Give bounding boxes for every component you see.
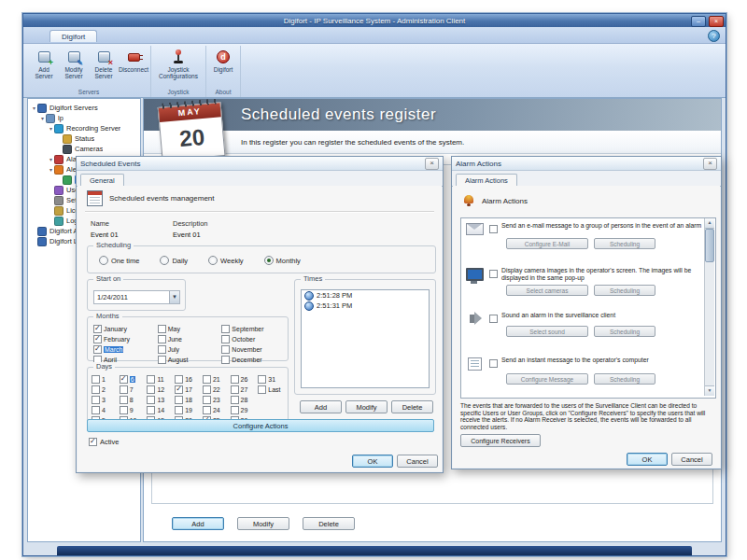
- tree-item-recording-server[interactable]: ▾Recording Server: [28, 123, 140, 133]
- month-checkbox-august[interactable]: August: [158, 356, 218, 364]
- expander-icon[interactable]: ▾: [48, 156, 54, 162]
- radio-weekly[interactable]: Weekly: [208, 256, 243, 265]
- day-checkbox-27[interactable]: 27: [231, 385, 257, 394]
- day-checkbox-13[interactable]: 13: [147, 396, 173, 404]
- chevron-down-icon[interactable]: ▼: [169, 291, 179, 303]
- scrollbar-thumb[interactable]: [705, 229, 714, 262]
- digifort-about-button[interactable]: Digifort: [209, 48, 237, 74]
- month-checkbox-february[interactable]: February: [93, 335, 154, 343]
- times-list[interactable]: 2:51:28 PM2:51:31 PM: [301, 289, 430, 388]
- time-delete-button[interactable]: Delete: [391, 400, 433, 413]
- close-icon[interactable]: ×: [425, 158, 439, 170]
- add-button[interactable]: Add: [172, 517, 224, 530]
- delete-server-button[interactable]: × Delete Server: [90, 48, 118, 80]
- tree-item-lp[interactable]: ▾lp: [28, 113, 140, 123]
- alarm-action-button-select-sound[interactable]: Select sound: [506, 326, 588, 337]
- checkbox-icon[interactable]: [489, 315, 498, 323]
- checkbox-icon[interactable]: [489, 270, 498, 278]
- expander-icon[interactable]: ▾: [48, 125, 54, 132]
- expander-icon[interactable]: ▾: [31, 105, 37, 111]
- month-checkbox-march[interactable]: March: [93, 345, 154, 354]
- name-input[interactable]: Event 01: [91, 231, 169, 239]
- expander-icon[interactable]: ▾: [39, 115, 46, 121]
- radio-monthly[interactable]: Monthly: [264, 256, 301, 265]
- disconnect-button[interactable]: Disconnect: [120, 48, 148, 74]
- day-checkbox-12[interactable]: 12: [147, 385, 173, 394]
- day-checkbox-3[interactable]: 3: [92, 396, 118, 404]
- day-checkbox-24[interactable]: 24: [203, 406, 229, 414]
- description-input[interactable]: Event 01: [173, 231, 251, 239]
- month-checkbox-january[interactable]: January: [93, 325, 154, 333]
- day-checkbox-21[interactable]: 21: [203, 375, 229, 384]
- tab-general[interactable]: General: [80, 174, 124, 187]
- radio-one-time[interactable]: One time: [99, 256, 139, 265]
- tree-item-cameras[interactable]: Cameras: [28, 144, 140, 154]
- alarm-action-button-select-cameras[interactable]: Select cameras: [506, 285, 588, 296]
- alarm-action-button-configure-e-mail[interactable]: Configure E-Mail: [506, 238, 588, 249]
- alarm-action-button-configure-message[interactable]: Configure Message: [506, 373, 588, 385]
- alarm-actions-titlebar[interactable]: Alarm Actions ×: [452, 157, 721, 171]
- cancel-button[interactable]: Cancel: [671, 453, 712, 466]
- cancel-button[interactable]: Cancel: [397, 455, 438, 468]
- configure-receivers-button[interactable]: Configure Receivers: [460, 434, 541, 447]
- day-checkbox-2[interactable]: 2: [92, 385, 118, 394]
- time-add-button[interactable]: Add: [300, 400, 342, 413]
- scroll-up-icon[interactable]: ▲: [705, 218, 714, 229]
- month-checkbox-september[interactable]: September: [221, 325, 282, 333]
- day-checkbox-14[interactable]: 14: [147, 406, 173, 414]
- tab-alarm-actions[interactable]: Alarm Actions: [456, 174, 517, 187]
- ribbon-tab-digifort[interactable]: Digifort: [49, 30, 97, 42]
- scheduled-events-titlebar[interactable]: Scheduled Events ×: [77, 157, 443, 171]
- ok-button[interactable]: OK: [627, 453, 668, 466]
- window-titlebar[interactable]: Digifort - IP Surveillance System - Admi…: [23, 14, 726, 27]
- day-checkbox-last[interactable]: Last: [258, 385, 284, 394]
- modify-button[interactable]: Modify: [237, 517, 289, 530]
- month-checkbox-november[interactable]: November: [221, 345, 282, 354]
- day-checkbox-16[interactable]: 16: [175, 375, 201, 384]
- tree-item-digifort-servers[interactable]: ▾Digifort Servers: [28, 103, 140, 113]
- time-entry[interactable]: 2:51:28 PM: [302, 290, 429, 301]
- day-checkbox-11[interactable]: 11: [147, 375, 173, 384]
- help-icon[interactable]: ?: [708, 30, 720, 42]
- month-checkbox-june[interactable]: June: [158, 335, 218, 343]
- day-checkbox-22[interactable]: 22: [203, 385, 229, 394]
- day-checkbox-4[interactable]: 4: [92, 406, 118, 414]
- day-checkbox-29[interactable]: 29: [231, 406, 257, 414]
- active-checkbox[interactable]: Active: [89, 438, 119, 446]
- day-checkbox-8[interactable]: 8: [120, 396, 146, 404]
- alarm-action-button-scheduling[interactable]: Scheduling: [594, 285, 655, 296]
- day-checkbox-9[interactable]: 9: [120, 406, 146, 414]
- month-checkbox-october[interactable]: October: [221, 335, 282, 343]
- modify-server-button[interactable]: ✎ Modify Server: [60, 48, 88, 80]
- day-checkbox-18[interactable]: 18: [175, 396, 201, 404]
- configure-actions-button[interactable]: Configure Actions: [87, 419, 434, 432]
- day-checkbox-23[interactable]: 23: [203, 396, 229, 404]
- day-checkbox-17[interactable]: 17: [175, 385, 201, 394]
- month-checkbox-may[interactable]: May: [158, 325, 218, 333]
- scrollbar[interactable]: ▲ ▼: [704, 218, 714, 396]
- delete-button[interactable]: Delete: [303, 517, 355, 530]
- day-checkbox-6[interactable]: 6: [120, 375, 146, 384]
- radio-daily[interactable]: Daily: [160, 256, 188, 265]
- time-modify-button[interactable]: Modify: [345, 400, 388, 413]
- time-entry[interactable]: 2:51:31 PM: [302, 301, 429, 311]
- day-checkbox-1[interactable]: 1: [92, 375, 118, 384]
- scroll-down-icon[interactable]: ▼: [705, 385, 714, 396]
- month-checkbox-july[interactable]: July: [158, 345, 218, 354]
- ok-button[interactable]: OK: [352, 455, 393, 468]
- add-server-button[interactable]: + Add Server: [30, 48, 58, 80]
- close-button[interactable]: ×: [709, 16, 724, 27]
- checkbox-icon[interactable]: [489, 359, 498, 368]
- day-checkbox-31[interactable]: 31: [258, 375, 284, 384]
- day-checkbox-26[interactable]: 26: [231, 375, 257, 384]
- alarm-action-button-scheduling[interactable]: Scheduling: [594, 326, 655, 337]
- month-checkbox-december[interactable]: December: [221, 356, 282, 364]
- close-icon[interactable]: ×: [703, 158, 717, 170]
- checkbox-icon[interactable]: [489, 225, 498, 233]
- joystick-configurations-button[interactable]: Joystick Configurations: [154, 48, 203, 80]
- alarm-action-button-scheduling[interactable]: Scheduling: [594, 373, 655, 385]
- minimize-button[interactable]: –: [691, 16, 706, 27]
- expander-icon[interactable]: ▾: [48, 166, 54, 173]
- start-date-input[interactable]: 1/24/2011 ▼: [93, 290, 180, 304]
- alarm-action-button-scheduling[interactable]: Scheduling: [594, 238, 655, 249]
